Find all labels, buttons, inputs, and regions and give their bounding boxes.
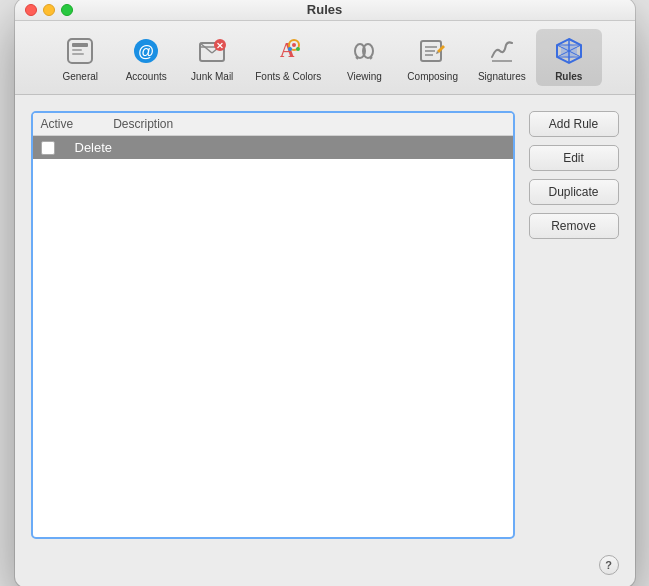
duplicate-button[interactable]: Duplicate: [529, 179, 619, 205]
svg-rect-1: [72, 43, 88, 47]
buttons-panel: Add Rule Edit Duplicate Remove: [529, 111, 619, 539]
composing-icon: [415, 33, 451, 69]
toolbar-item-accounts[interactable]: @ Accounts: [113, 29, 179, 86]
svg-line-8: [200, 43, 212, 53]
active-column-header: Active: [41, 117, 74, 131]
window-title: Rules: [307, 2, 342, 17]
main-content: Active Description Delete Add Rule Edit …: [15, 95, 635, 555]
svg-text:@: @: [138, 43, 154, 60]
rule-active-checkbox[interactable]: [41, 141, 55, 155]
signatures-icon: [484, 33, 520, 69]
viewing-label: Viewing: [347, 71, 382, 82]
svg-rect-2: [72, 49, 82, 51]
remove-button[interactable]: Remove: [529, 213, 619, 239]
svg-line-20: [370, 57, 372, 59]
general-label: General: [62, 71, 98, 82]
toolbar-item-signatures[interactable]: Signatures: [468, 29, 536, 86]
fonts-colors-label: Fonts & Colors: [255, 71, 321, 82]
rules-panel: Active Description Delete: [31, 111, 515, 539]
help-button[interactable]: ?: [599, 555, 619, 575]
svg-point-15: [288, 47, 292, 51]
svg-text:✕: ✕: [216, 41, 224, 51]
maximize-button[interactable]: [61, 4, 73, 16]
svg-rect-3: [72, 53, 84, 55]
description-column-header: Description: [113, 117, 173, 131]
accounts-label: Accounts: [126, 71, 167, 82]
table-row[interactable]: Delete: [33, 136, 513, 159]
toolbar: General @ Accounts ✕: [15, 21, 635, 95]
junk-mail-label: Junk Mail: [191, 71, 233, 82]
rule-description: Delete: [75, 140, 113, 155]
add-rule-button[interactable]: Add Rule: [529, 111, 619, 137]
edit-button[interactable]: Edit: [529, 145, 619, 171]
close-button[interactable]: [25, 4, 37, 16]
svg-line-19: [356, 57, 358, 59]
signatures-label: Signatures: [478, 71, 526, 82]
svg-point-14: [292, 43, 296, 47]
main-window: Rules General @ Account: [15, 0, 635, 586]
rules-label: Rules: [555, 71, 582, 82]
window-controls: [25, 4, 73, 16]
toolbar-item-viewing[interactable]: Viewing: [331, 29, 397, 86]
composing-label: Composing: [407, 71, 458, 82]
toolbar-item-general[interactable]: General: [47, 29, 113, 86]
accounts-icon: @: [128, 33, 164, 69]
toolbar-item-fonts-colors[interactable]: A Fonts & Colors: [245, 29, 331, 86]
rules-icon: [551, 33, 587, 69]
footer: ?: [15, 555, 635, 586]
toolbar-item-junk-mail[interactable]: ✕ Junk Mail: [179, 29, 245, 86]
svg-point-16: [296, 47, 300, 51]
rules-header: Active Description: [33, 113, 513, 136]
fonts-colors-icon: A: [270, 33, 306, 69]
toolbar-item-composing[interactable]: Composing: [397, 29, 468, 86]
titlebar: Rules: [15, 0, 635, 21]
junk-mail-icon: ✕: [194, 33, 230, 69]
minimize-button[interactable]: [43, 4, 55, 16]
toolbar-item-rules[interactable]: Rules: [536, 29, 602, 86]
viewing-icon: [346, 33, 382, 69]
general-icon: [62, 33, 98, 69]
